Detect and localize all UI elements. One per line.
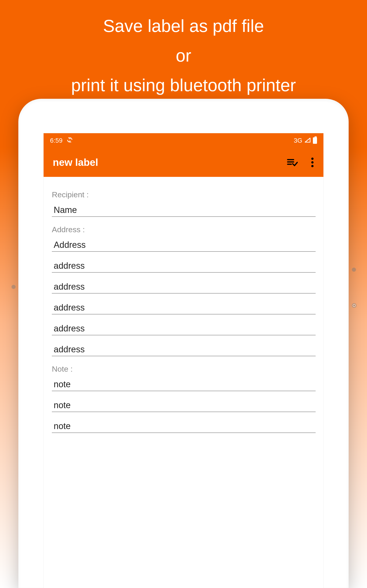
svg-point-7 [311, 161, 314, 164]
promo-headline: Save label as pdf file or print it using… [0, 11, 367, 100]
form-content: Recipient : Address : Note : [44, 177, 323, 433]
address-label: Address : [52, 225, 316, 234]
promo-background: Save label as pdf file or print it using… [0, 0, 367, 588]
tablet-hw-ring [352, 303, 357, 308]
address-input-2[interactable] [52, 259, 316, 273]
promo-line-1: Save label as pdf file [0, 11, 367, 41]
status-bar: 6:59 3G [44, 133, 323, 148]
note-input-1[interactable] [52, 377, 316, 391]
promo-line-2: or [0, 41, 367, 70]
address-input-1[interactable] [52, 238, 316, 252]
app-bar: new label [44, 148, 323, 177]
recipient-label: Recipient : [52, 190, 316, 199]
address-input-4[interactable] [52, 300, 316, 314]
status-network: 3G [294, 137, 302, 144]
address-input-5[interactable] [52, 321, 316, 335]
recipient-name-input[interactable] [52, 203, 316, 217]
note-input-2[interactable] [52, 398, 316, 412]
svg-point-6 [311, 157, 314, 160]
app-screen: 6:59 3G [44, 133, 323, 588]
tablet-frame: 6:59 3G [18, 99, 349, 588]
address-input-3[interactable] [52, 279, 316, 294]
svg-point-8 [311, 165, 314, 167]
sync-icon [67, 137, 73, 145]
tablet-hw-dot [352, 268, 356, 272]
signal-icon [305, 137, 311, 144]
playlist-check-icon[interactable] [287, 158, 298, 166]
note-input-3[interactable] [52, 419, 316, 433]
more-vert-icon[interactable] [311, 157, 314, 167]
status-time: 6:59 [50, 137, 63, 144]
address-input-6[interactable] [52, 342, 316, 356]
battery-icon [313, 137, 317, 144]
promo-line-3: print it using bluetooth printer [0, 70, 367, 100]
app-title: new label [53, 157, 98, 168]
note-label: Note : [52, 364, 316, 373]
